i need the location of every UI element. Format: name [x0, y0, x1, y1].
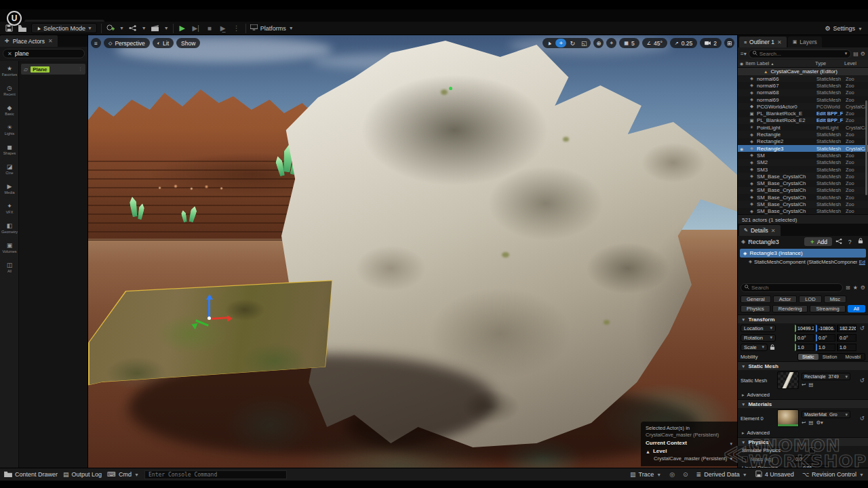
category-item[interactable]: ◪ Cine: [0, 159, 19, 179]
level-viewport[interactable]: ≡ ◇ Perspective ◐ Lit Show ▲ ＋ ↻ ◱ ⊕ ⌖: [88, 35, 737, 468]
category-item[interactable]: ▣ Volumes: [0, 238, 19, 258]
category-item[interactable]: ▶ Media: [0, 179, 19, 199]
category-item[interactable]: ✦ VFX: [0, 199, 19, 218]
table-row[interactable]: ◉ ▣ PL_BlanketRock_E Edit BPP_F Zoo: [738, 110, 868, 117]
gizmo-z-axis[interactable]: [208, 299, 210, 318]
simulate-physics-checkbox[interactable]: [809, 447, 815, 453]
table-row[interactable]: ◉ ◈ SM_Base_CrystalCh StaticMesh Zoo: [738, 201, 868, 207]
scale-dropdown[interactable]: Scale ▾: [741, 344, 768, 351]
platforms-dropdown[interactable]: Platforms ▼: [250, 24, 294, 32]
material-thumbnail[interactable]: [777, 409, 799, 427]
visibility-eye-icon[interactable]: ◉: [740, 146, 747, 151]
mobility-option[interactable]: Movabl: [841, 354, 865, 360]
scale-snap-control[interactable]: ↗ 0.25: [670, 38, 697, 48]
tab-outliner[interactable]: ≡ Outliner 1 ✕: [739, 37, 787, 47]
axis-value-field[interactable]: 1.0: [795, 344, 814, 351]
display-options-icon[interactable]: ⊞: [846, 285, 850, 291]
static-mesh-asset-dropdown[interactable]: Rectangle_3749 ▾: [802, 373, 850, 380]
category-item[interactable]: ◼ Shapes: [0, 140, 19, 159]
column-type[interactable]: Type: [815, 60, 842, 66]
axis-value-field[interactable]: 1.0: [837, 344, 856, 351]
visibility-column-icon[interactable]: ◉: [740, 61, 743, 66]
favorites-star-icon[interactable]: ★: [853, 285, 858, 291]
view-mode-dropdown[interactable]: ◐ Lit: [153, 38, 174, 48]
use-selected-asset-icon[interactable]: ↩: [802, 420, 806, 426]
browse-to-asset-icon[interactable]: ▤: [808, 420, 813, 426]
stop-button[interactable]: ■: [205, 24, 214, 33]
close-icon[interactable]: ✕: [777, 39, 782, 45]
chevron-down-icon[interactable]: ▼: [119, 26, 124, 30]
viewport-options-menu[interactable]: ≡: [91, 38, 101, 48]
reset-to-default-icon[interactable]: ↺: [859, 415, 865, 422]
axis-value-field[interactable]: 0.0°: [795, 334, 814, 342]
unreal-engine-logo-icon[interactable]: U: [7, 11, 22, 26]
snapshot-icon[interactable]: ⊙: [683, 471, 688, 478]
show-flags-dropdown[interactable]: Show: [176, 38, 200, 48]
search-input[interactable]: [15, 50, 76, 57]
axis-value-field[interactable]: 0.0°: [837, 334, 856, 342]
rotation-dropdown[interactable]: Rotation ▾: [741, 334, 776, 342]
chevron-down-icon[interactable]: ▾: [845, 51, 848, 56]
help-icon[interactable]: ?: [846, 239, 854, 245]
selection-mode-dropdown[interactable]: ▲ Selection Mode ▼: [31, 23, 97, 33]
chevron-down-icon[interactable]: ▼: [142, 26, 146, 30]
close-icon[interactable]: ✕: [771, 228, 776, 234]
revision-control-dropdown[interactable]: ⌥ Revision Control ▼: [802, 471, 864, 478]
section-static-mesh[interactable]: ▼ Static Mesh: [738, 361, 868, 370]
grid-snap-control[interactable]: ▦ 5: [619, 38, 639, 48]
gizmo-x-axis[interactable]: [212, 317, 228, 320]
console-command-input[interactable]: [144, 470, 287, 479]
table-row[interactable]: ◉ ◈ SM_Base_CrystalCh StaticMesh Zoo: [738, 187, 868, 194]
material-options-icon[interactable]: ⚙▾: [816, 420, 823, 426]
table-row[interactable]: ◉ ☀ PointLight PointLight CrystalCav: [738, 124, 868, 131]
maximize-viewport-button[interactable]: ⊞: [724, 38, 734, 48]
mass-override-checkbox[interactable]: [742, 456, 748, 462]
tab-details[interactable]: ✎ Details ✕: [739, 225, 781, 236]
table-row[interactable]: ◉ ◈ normal69 StaticMesh Zoo: [738, 96, 868, 103]
reset-to-default-icon[interactable]: ↺: [859, 325, 865, 331]
mobility-option[interactable]: Station: [818, 354, 842, 360]
axis-value-field[interactable]: 1.0: [816, 344, 835, 351]
cinematics-icon[interactable]: [151, 24, 160, 33]
rotation-snap-control[interactable]: ∠ 45°: [642, 38, 667, 48]
table-row[interactable]: ◉ ◈ SM_Base_CrystalCh StaticMesh Zoo: [738, 173, 868, 180]
section-transform[interactable]: ▼ Transform: [738, 314, 868, 323]
add-component-button[interactable]: ＋ Add: [804, 237, 832, 246]
mobility-option[interactable]: Static: [798, 354, 818, 360]
category-item[interactable]: ◷ Recent: [0, 81, 19, 100]
filter-chip[interactable]: Physics: [741, 305, 770, 312]
filter-chip[interactable]: General: [741, 296, 771, 303]
table-row[interactable]: ◉ ◈ SM_Base_CrystalCh StaticMesh Zoo: [738, 208, 868, 214]
gear-icon[interactable]: ⚙: [861, 285, 865, 291]
column-item-label[interactable]: Item Label ▲: [745, 60, 813, 66]
table-row[interactable]: ◉ ◆ PCGWorldActor0 PCGWorld CrystalCav: [738, 103, 868, 110]
outliner-search[interactable]: Search... ▾: [749, 49, 852, 58]
status-circle-icon[interactable]: ◎: [669, 471, 675, 478]
filter-chip[interactable]: All: [848, 305, 865, 312]
reset-to-default-icon[interactable]: ↺: [859, 378, 865, 384]
filter-chip[interactable]: Rendering: [772, 305, 808, 312]
table-row[interactable]: ◉ ◈ SM3 StaticMesh Zoo: [738, 166, 868, 173]
table-row[interactable]: ◉ ◈ SM StaticMesh Zoo: [738, 152, 868, 159]
axis-value-field[interactable]: 0.0°: [816, 334, 835, 342]
select-tool[interactable]: ▲: [543, 37, 556, 49]
table-row[interactable]: ◉ ◈ normal67 StaticMesh Zoo: [738, 82, 868, 89]
section-physics[interactable]: ▼ Physics: [738, 437, 868, 446]
table-row[interactable]: ◉ ◈ Rectangle StaticMesh Zoo: [738, 131, 868, 138]
content-browser-icon[interactable]: [18, 24, 27, 33]
use-selected-asset-icon[interactable]: ↩: [802, 382, 806, 388]
table-row[interactable]: ◉ ◈ SM2 StaticMesh Zoo: [738, 159, 868, 166]
table-row[interactable]: ◉ ◈ SM_Base_CrystalCh StaticMesh Zoo: [738, 194, 868, 201]
axis-value-field[interactable]: 10499.2: [795, 325, 814, 332]
filter-chip[interactable]: Actor: [773, 296, 797, 303]
table-row[interactable]: ◉ ◈ SM_Base_CrystalCh StaticMesh Zoo: [738, 180, 868, 186]
gizmo-origin[interactable]: [208, 317, 211, 320]
move-tool[interactable]: ＋: [555, 39, 566, 47]
blueprints-icon[interactable]: [128, 24, 138, 33]
axis-value-field[interactable]: -10806.5: [816, 325, 835, 332]
table-row[interactable]: ◉ ◈ normal66 StaticMesh Zoo: [738, 75, 868, 82]
table-row[interactable]: ◉ ▣ PL_BlanketRock_E2 Edit BPP_F Zoo: [738, 117, 868, 124]
trace-dropdown[interactable]: ▥ Trace ▼: [630, 471, 661, 478]
unsaved-button[interactable]: 4 Unsaved: [755, 470, 794, 479]
launch-button[interactable]: ▶̲: [218, 24, 228, 33]
